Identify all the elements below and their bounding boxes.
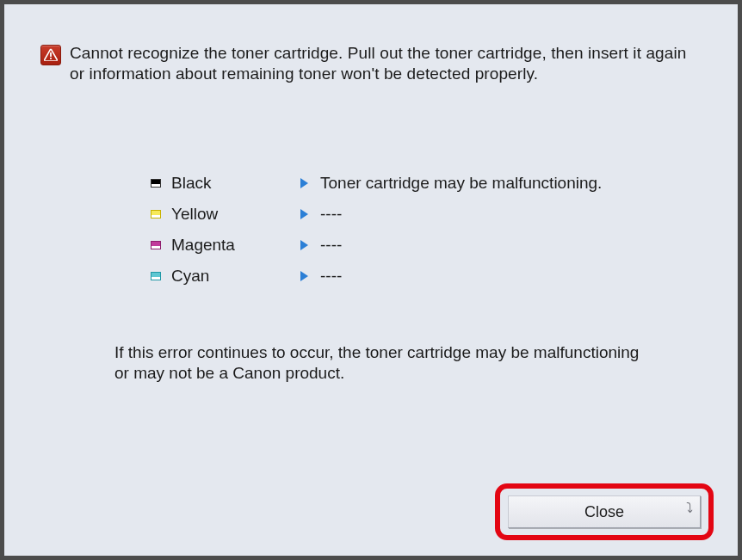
svg-rect-0 [50, 52, 52, 57]
return-icon: ⤵ [686, 493, 693, 524]
close-button[interactable]: Close ⤵ [508, 495, 701, 528]
swatch-magenta-icon [151, 241, 161, 249]
toner-row-magenta: Magenta ---- [151, 230, 667, 261]
close-button-label: Close [584, 503, 624, 520]
svg-rect-1 [50, 58, 52, 59]
toner-name-black: Black [171, 174, 300, 193]
error-message-line2: or information about remaining toner won… [70, 65, 538, 83]
arrow-icon [300, 271, 308, 281]
toner-name-cyan: Cyan [171, 267, 300, 286]
swatch-yellow-icon [151, 210, 161, 218]
toner-status-list: Black Toner cartridge may be malfunction… [151, 168, 667, 292]
swatch-black-icon [151, 179, 161, 188]
toner-row-cyan: Cyan ---- [151, 261, 667, 292]
arrow-icon [300, 178, 308, 188]
toner-row-yellow: Yellow ---- [151, 199, 667, 230]
toner-status-yellow: ---- [320, 205, 342, 224]
arrow-icon [300, 209, 308, 219]
error-message-line1: Cannot recognize the toner cartridge. Pu… [70, 44, 686, 62]
warning-icon [40, 45, 61, 65]
arrow-icon [300, 240, 308, 250]
footer-line1: If this error continues to occur, the to… [114, 343, 639, 361]
toner-status-magenta: ---- [320, 236, 342, 255]
toner-name-yellow: Yellow [171, 205, 300, 224]
toner-name-magenta: Magenta [171, 236, 300, 255]
dialog-frame: Cannot recognize the toner cartridge. Pu… [0, 0, 742, 560]
footer-hint-text: If this error continues to occur, the to… [114, 342, 639, 384]
footer-line2: or may not be a Canon product. [114, 364, 344, 382]
toner-row-black: Black Toner cartridge may be malfunction… [151, 168, 667, 199]
close-button-highlight: Close ⤵ [495, 483, 714, 540]
toner-status-black: Toner cartridge may be malfunctioning. [320, 174, 602, 193]
toner-status-cyan: ---- [320, 267, 342, 286]
error-message-row: Cannot recognize the toner cartridge. Pu… [40, 43, 686, 84]
swatch-cyan-icon [151, 272, 161, 280]
error-message-text: Cannot recognize the toner cartridge. Pu… [70, 43, 686, 84]
